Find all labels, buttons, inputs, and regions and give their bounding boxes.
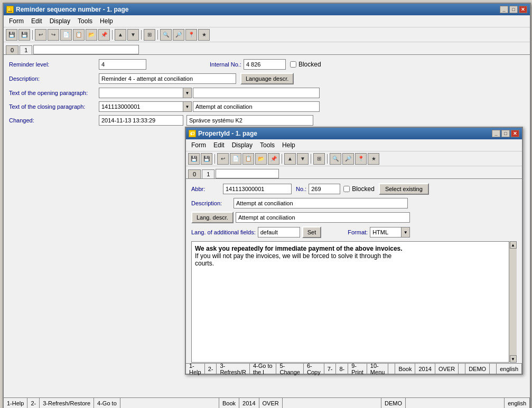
inner-tab-input[interactable]: [216, 169, 279, 178]
changed-user-input[interactable]: [186, 115, 313, 126]
inner-down-icon[interactable]: ▼: [297, 153, 309, 165]
menu-help[interactable]: Help: [97, 16, 116, 26]
inner-maximize-button[interactable]: □: [501, 130, 510, 137]
inner-menu-edit[interactable]: Edit: [210, 140, 228, 150]
changed-label: Changed:: [9, 117, 99, 124]
no-input[interactable]: [309, 184, 340, 194]
closing-para-text-input[interactable]: [193, 101, 320, 112]
menu-display[interactable]: Display: [46, 16, 73, 26]
tab-0[interactable]: 0: [6, 45, 18, 54]
inner-description-input[interactable]: [234, 198, 408, 208]
filter-icon[interactable]: 🔎: [173, 29, 184, 41]
main-window-title: Reminder sequence number - 1. page: [16, 6, 128, 13]
inner-window: 🏷 PropertyId - 1. page _ □ ✕ Form Edit D…: [185, 127, 523, 375]
inner-menu-help[interactable]: Help: [279, 140, 298, 150]
inner-undo-icon[interactable]: ↩: [217, 153, 229, 165]
text-content-area[interactable]: We ask you repeatedly for immediate paym…: [191, 241, 511, 363]
inner-copy-icon[interactable]: 📋: [242, 153, 254, 165]
scroll-up-btn[interactable]: ▲: [510, 241, 517, 249]
inner-search-icon[interactable]: 🔍: [330, 153, 341, 165]
inner-tab-0[interactable]: 0: [188, 169, 201, 178]
arrow-down-icon[interactable]: ▼: [127, 29, 139, 41]
inner-up-icon[interactable]: ▲: [284, 153, 296, 165]
inner-menu-form[interactable]: Form: [188, 140, 209, 150]
star-icon[interactable]: ★: [198, 29, 210, 41]
lang-descr-button[interactable]: Lang. descr.: [191, 212, 234, 223]
lang-additional-input[interactable]: [258, 227, 300, 238]
status-book: Book: [219, 398, 239, 408]
maximize-button[interactable]: □: [509, 6, 518, 13]
paste-icon[interactable]: 📌: [98, 29, 110, 41]
menu-form[interactable]: Form: [6, 16, 27, 26]
status-goto: 4-Go to: [94, 398, 120, 408]
display-icon[interactable]: ⊞: [144, 29, 155, 41]
text-scrollbar[interactable]: ▲ ▼: [509, 241, 517, 363]
select-existing-button[interactable]: Select existing: [379, 183, 429, 195]
menu-edit[interactable]: Edit: [28, 16, 45, 26]
search-icon[interactable]: 🔍: [160, 29, 172, 41]
inner-open-icon[interactable]: 📂: [255, 153, 267, 165]
description-input[interactable]: [99, 73, 236, 84]
menu-tools[interactable]: Tools: [74, 16, 96, 26]
inner-new-icon[interactable]: 📄: [230, 153, 241, 165]
blocked-checkbox[interactable]: [290, 61, 296, 68]
copy-icon[interactable]: 📋: [73, 29, 85, 41]
inner-save2-icon[interactable]: 💾: [201, 153, 212, 165]
new-icon[interactable]: 📄: [60, 29, 72, 41]
inner-window-title: PropertyId - 1. page: [198, 130, 257, 137]
opening-para-dropdown[interactable]: ▼: [183, 88, 192, 98]
blocked-label: Blocked: [298, 61, 321, 68]
inner-paste-icon[interactable]: 📌: [268, 153, 279, 165]
inner-sep-1: [214, 154, 215, 164]
status-over: OVER: [259, 398, 283, 408]
closing-para-dropdown[interactable]: ▼: [183, 101, 192, 112]
inner-menu-tools[interactable]: Tools: [257, 140, 278, 150]
inner-display-icon[interactable]: ⊞: [313, 153, 325, 165]
mark-icon[interactable]: 📍: [185, 29, 197, 41]
language-descr-button[interactable]: Language descr.: [240, 73, 294, 84]
opening-para-text-input[interactable]: [193, 88, 320, 98]
lang-descr-input[interactable]: [236, 212, 410, 223]
inner-menu-bar: Form Edit Display Tools Help: [186, 139, 522, 151]
undo-icon[interactable]: ↩: [35, 29, 46, 41]
open-icon[interactable]: 📂: [86, 29, 97, 41]
inner-star-icon[interactable]: ★: [368, 153, 379, 165]
closing-para-input[interactable]: [99, 101, 183, 112]
main-status-bar: 1-Help 2- 3-Refresh/Restore 4-Go to Book…: [4, 397, 530, 408]
close-button[interactable]: ✕: [519, 6, 527, 13]
changed-date-input[interactable]: [99, 115, 183, 126]
inner-status-spacer: [388, 364, 395, 374]
inner-status-help: 1-Help: [186, 364, 205, 374]
lang-additional-row: Lang. of additional fields: Set Format: …: [191, 226, 517, 238]
toolbar-separator-2: [112, 30, 113, 40]
set-button[interactable]: Set: [302, 226, 322, 238]
internal-no-input[interactable]: [244, 59, 286, 70]
redo-icon[interactable]: ↪: [48, 29, 59, 41]
minimize-button[interactable]: _: [500, 6, 508, 13]
format-dropdown[interactable]: ▼: [402, 227, 410, 238]
inner-menu-display[interactable]: Display: [229, 140, 256, 150]
inner-blocked-checkbox[interactable]: [343, 186, 350, 192]
inner-status-book: Book: [395, 364, 415, 374]
opening-para-input[interactable]: [99, 88, 183, 98]
reminder-level-input[interactable]: [99, 59, 146, 70]
inner-mark-icon[interactable]: 📍: [355, 153, 367, 165]
inner-status-demo: DEMO: [465, 364, 490, 374]
save-icon[interactable]: 💾: [6, 29, 17, 41]
opening-para-label: Text of the opening paragraph:: [9, 90, 99, 96]
save2-icon[interactable]: 💾: [18, 29, 30, 41]
format-input[interactable]: [370, 227, 402, 238]
text-content-line2: If you will not pay the invoices, we wil…: [195, 252, 507, 260]
inner-save-icon[interactable]: 💾: [188, 153, 200, 165]
inner-minimize-button[interactable]: _: [492, 130, 500, 137]
scroll-down-btn[interactable]: ▼: [510, 355, 517, 363]
arrow-up-icon[interactable]: ▲: [115, 29, 126, 41]
tab-input[interactable]: [33, 45, 139, 54]
description-row: Description: Language descr.: [9, 73, 525, 84]
inner-filter-icon[interactable]: 🔎: [342, 153, 354, 165]
tab-1[interactable]: 1: [20, 45, 32, 54]
abbr-input[interactable]: [223, 184, 292, 194]
inner-tab-1[interactable]: 1: [202, 169, 214, 178]
inner-close-button[interactable]: ✕: [511, 130, 519, 137]
inner-status-print: 9-Print: [348, 364, 367, 374]
